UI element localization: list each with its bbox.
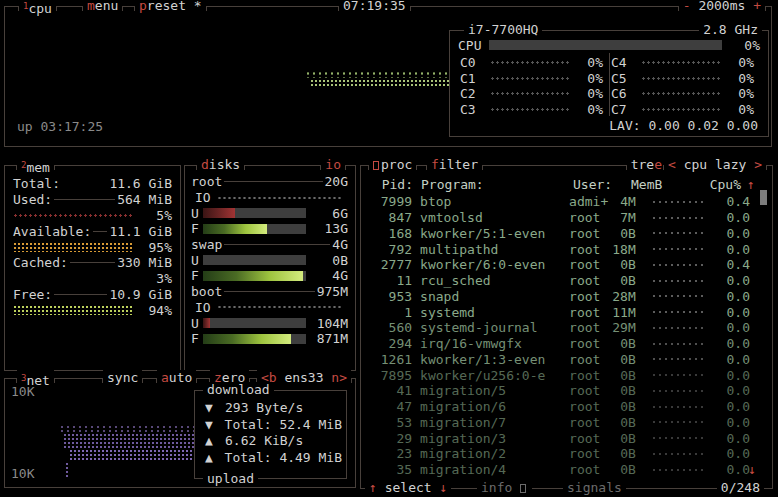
- tree-button[interactable]: tree: [627, 157, 666, 173]
- disk-swap-free-row: F 4G: [191, 268, 348, 284]
- info-button[interactable]: info: [477, 480, 532, 495]
- process-name: migration/2: [420, 446, 569, 461]
- process-memory: 0B: [612, 383, 636, 398]
- process-row[interactable]: 1261 kworker/1:3-even root 0B 0.0: [367, 352, 750, 368]
- process-pid: 35: [367, 462, 412, 477]
- process-name: rcu_sched: [420, 273, 569, 288]
- process-user: root: [569, 273, 612, 288]
- io-activity-graph: [217, 305, 342, 309]
- process-pid: 7999: [367, 194, 412, 209]
- process-user: root: [569, 368, 612, 383]
- io-activity-graph: [217, 196, 342, 200]
- disk-boot-free-row: F 871M: [191, 331, 348, 347]
- core-name: C1: [460, 71, 484, 86]
- column-memb[interactable]: MemB: [631, 177, 662, 192]
- process-row[interactable]: 47 migration/6 root 0B 0.0: [367, 399, 750, 415]
- process-user: root: [569, 226, 612, 241]
- direction-arrow-icon: ▼: [205, 417, 217, 432]
- core-row: C1 0%: [460, 71, 603, 87]
- net-stats-panel: download upload ▼ 293 Byte/s ▼ Total: 52…: [194, 390, 347, 479]
- process-scrollbar-thumb[interactable]: [760, 190, 767, 205]
- upload-graph-mid: [63, 433, 197, 449]
- process-pid: 11: [367, 273, 412, 288]
- mem-used-bar-row: 5%: [13, 208, 172, 224]
- disk-root-io-row: IO: [191, 190, 348, 206]
- sort-next-button[interactable]: >: [754, 157, 762, 172]
- process-user: root: [569, 320, 612, 335]
- process-row[interactable]: 2777 kworker/6:0-even root 0B 0.4: [367, 257, 750, 273]
- sort-selector[interactable]: < cpu lazy >: [664, 157, 766, 173]
- disk-boot-io-row: IO: [191, 300, 348, 316]
- filter-button[interactable]: filter: [427, 157, 482, 173]
- mem-available-bar-row: 95%: [13, 239, 172, 255]
- core-row: C5 0%: [611, 71, 754, 87]
- mem-used-bar: [13, 213, 132, 218]
- process-pid: 792: [367, 242, 412, 257]
- mem-free-bar: [13, 305, 132, 315]
- process-row[interactable]: 53 migration/7 root 0B 0.0: [367, 415, 750, 431]
- auto-button[interactable]: auto: [157, 370, 196, 386]
- core-row: C6 0%: [611, 86, 754, 102]
- process-user: root: [569, 462, 612, 477]
- process-row[interactable]: 41 migration/5 root 0B 0.0: [367, 383, 750, 399]
- column-program[interactable]: Program:: [421, 177, 484, 192]
- process-pid: 294: [367, 336, 412, 351]
- process-row[interactable]: 23 migration/2 root 0B 0.0: [367, 446, 750, 462]
- scroll-down-icon[interactable]: ↓: [748, 462, 756, 477]
- process-cpu-graph: [651, 263, 705, 267]
- divider: [70, 262, 115, 263]
- interval-value: 2000ms: [698, 0, 745, 13]
- direction-arrow-icon: ▲: [205, 450, 217, 465]
- proc-box-number-glyph: [373, 161, 379, 170]
- signals-button[interactable]: signals: [563, 480, 626, 495]
- cpu-model: i7-7700HQ: [464, 22, 542, 38]
- process-box: proc filter tree < cpu lazy > Pid: Progr…: [360, 165, 773, 489]
- core-row: C4 0%: [611, 55, 754, 71]
- process-row[interactable]: 953 snapd root 28M 0.0: [367, 289, 750, 305]
- disk-swap-header: swap4G: [191, 237, 348, 253]
- disk-free-fill: [203, 334, 291, 344]
- process-row[interactable]: 560 systemd-journal root 29M 0.0: [367, 320, 750, 336]
- sync-button[interactable]: sync: [103, 370, 142, 386]
- disks-box: disks io root20G IO U 6G F 13G swap4G U …: [184, 165, 356, 371]
- process-cpu-percent: 0.0: [715, 242, 750, 257]
- iface-next-button[interactable]: n>: [331, 370, 347, 385]
- interval-decrease-button[interactable]: -: [683, 0, 691, 13]
- process-row[interactable]: 7999 btop admi+ 4M 0.4: [367, 194, 750, 210]
- menu-button[interactable]: menu: [83, 0, 122, 14]
- io-mode-button[interactable]: io: [321, 157, 345, 173]
- process-row[interactable]: 35 migration/4 root 0B 0.0: [367, 462, 750, 478]
- divider: [93, 231, 107, 232]
- process-memory: 0B: [612, 368, 636, 383]
- column-user[interactable]: User:: [573, 177, 612, 192]
- process-row[interactable]: 168 kworker/5:1-even root 0B 0.0: [367, 226, 750, 242]
- net-stat-value: Total: 52.4 MiB: [225, 417, 342, 432]
- process-row[interactable]: 792 multipathd root 18M 0.0: [367, 241, 750, 257]
- process-row[interactable]: 29 migration/3 root 0B 0.0: [367, 430, 750, 446]
- process-row[interactable]: 1 systemd root 11M 0.0: [367, 304, 750, 320]
- preset-button[interactable]: preset *: [135, 0, 206, 14]
- process-name: irq/16-vmwgfx: [420, 336, 569, 351]
- core-row: C3 0%: [460, 102, 603, 118]
- column-cpu[interactable]: Cpu%: [705, 177, 741, 192]
- process-row[interactable]: 7895 kworker/u256:0-e root 0B 0.0: [367, 367, 750, 383]
- process-name: multipathd: [420, 242, 569, 257]
- sort-prev-button[interactable]: <: [668, 157, 676, 172]
- process-user: root: [569, 257, 612, 272]
- core-percent: 0%: [575, 71, 603, 86]
- net-stat-row: ▼ Total: 52.4 MiB: [199, 416, 342, 433]
- mem-cached-bar-row: 3%: [13, 271, 172, 287]
- core-percent: 0%: [726, 55, 754, 70]
- process-name: systemd-journal: [420, 320, 569, 335]
- process-count: 0/248: [717, 480, 764, 495]
- process-row[interactable]: 11 rcu_sched root 0B 0.0: [367, 273, 750, 289]
- process-row[interactable]: 294 irq/16-vmwgfx root 0B 0.0: [367, 336, 750, 352]
- scroll-up-icon[interactable]: ↑: [747, 177, 755, 192]
- process-name: kworker/6:0-even: [420, 257, 569, 272]
- interval-increase-button[interactable]: +: [753, 0, 761, 13]
- column-pid[interactable]: Pid:: [367, 177, 413, 192]
- process-row[interactable]: 847 vmtoolsd root 7M 0.0: [367, 210, 750, 226]
- core-name: C0: [460, 55, 484, 70]
- select-control[interactable]: ↑ select ↓: [365, 480, 451, 495]
- process-name: vmtoolsd: [420, 210, 569, 225]
